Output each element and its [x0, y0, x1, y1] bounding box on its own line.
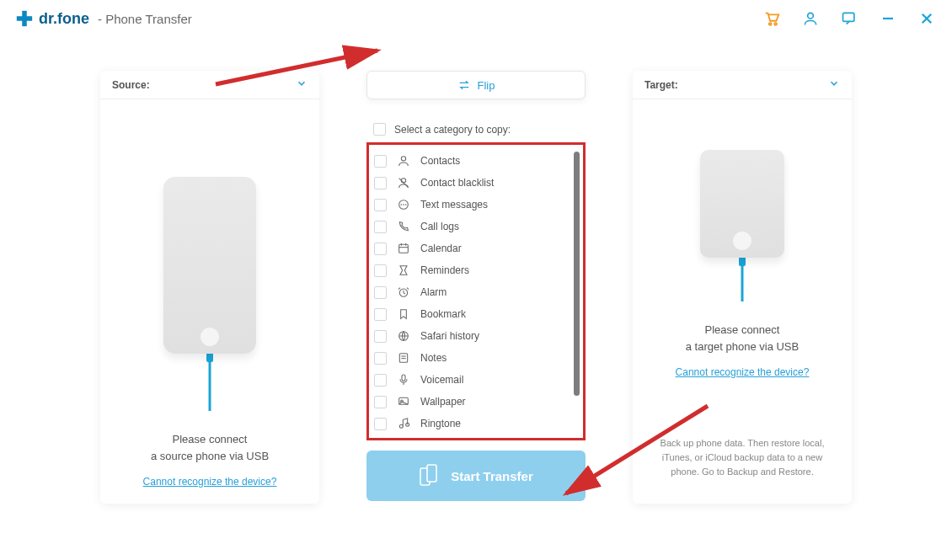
svg-point-17 [405, 205, 406, 205]
category-checkbox[interactable] [374, 199, 387, 211]
brand-name: dr.fone [39, 10, 89, 28]
alarm-icon [395, 285, 412, 299]
target-recognize-link[interactable]: Cannot recognize the device? [676, 366, 810, 378]
call-logs-icon [395, 220, 412, 233]
svg-line-24 [404, 293, 405, 294]
user-icon[interactable] [800, 8, 821, 29]
select-all-checkbox[interactable] [373, 123, 386, 136]
chevron-down-icon [296, 77, 308, 92]
svg-point-16 [404, 205, 404, 205]
ringtone-icon [395, 417, 412, 430]
source-connect-text: Please connect a source phone via USB [151, 431, 269, 464]
category-row[interactable]: Ringtone [374, 413, 583, 435]
target-connect-text: Please connect a target phone via USB [686, 322, 799, 355]
main-stage: Source: Please connect a source phone vi… [0, 37, 952, 504]
svg-point-12 [401, 179, 405, 183]
svg-point-35 [399, 424, 403, 428]
start-label: Start Transfer [451, 469, 533, 483]
flip-label: Flip [478, 79, 495, 92]
voicemail-icon [395, 373, 412, 387]
svg-rect-5 [843, 13, 854, 21]
category-row[interactable]: Reminders [374, 259, 583, 281]
svg-point-4 [808, 13, 814, 19]
app-header: dr.fone - Phone Transfer [0, 0, 952, 37]
category-row[interactable]: Notes [374, 347, 583, 369]
category-row[interactable]: Bookmark [374, 303, 583, 325]
target-footer-text: Back up phone data. Then restore local, … [633, 424, 852, 498]
category-checkbox[interactable] [374, 177, 387, 189]
flip-icon [457, 78, 471, 92]
source-card: Source: Please connect a source phone vi… [100, 71, 319, 504]
category-row[interactable]: Contact blacklist [374, 172, 583, 194]
category-label: Notes [420, 352, 447, 364]
category-list[interactable]: ContactsContact blacklistText messagesCa… [374, 150, 583, 438]
category-checkbox[interactable] [374, 264, 387, 277]
category-label: Text messages [420, 199, 488, 211]
usb-cable-icon [735, 256, 749, 301]
category-checkbox[interactable] [374, 418, 387, 430]
category-checkbox[interactable] [374, 396, 387, 408]
start-transfer-button[interactable]: Start Transfer [366, 451, 586, 501]
cart-icon[interactable] [762, 8, 782, 29]
category-row[interactable]: Safari history [374, 325, 583, 347]
category-row[interactable]: Voice Memos [374, 435, 583, 438]
category-label: Contacts [420, 155, 460, 167]
target-header[interactable]: Target: [633, 71, 852, 99]
category-row[interactable]: Call logs [374, 216, 583, 237]
middle-panel: Flip Select a category to copy: Contacts… [366, 71, 586, 504]
brand-logo: dr.fone [15, 9, 89, 28]
category-row[interactable]: Calendar [374, 237, 583, 259]
header-left: dr.fone - Phone Transfer [15, 9, 192, 28]
svg-point-11 [401, 157, 405, 161]
category-label: Voicemail [420, 374, 463, 386]
category-checkbox[interactable] [374, 286, 387, 299]
source-body: Please connect a source phone via USB Ca… [100, 99, 319, 504]
category-checkbox[interactable] [374, 243, 387, 255]
messages-icon [395, 198, 412, 211]
flip-button[interactable]: Flip [366, 71, 586, 99]
svg-line-25 [398, 288, 400, 290]
category-checkbox[interactable] [374, 308, 387, 321]
svg-line-13 [399, 179, 409, 188]
category-label: Calendar [420, 243, 462, 254]
calendar-icon [395, 242, 412, 255]
category-label: Wallpaper [420, 396, 466, 408]
svg-point-15 [401, 205, 402, 205]
feedback-icon[interactable] [839, 8, 859, 29]
category-row[interactable]: Wallpaper [374, 391, 583, 413]
plus-logo-icon [15, 9, 34, 28]
svg-rect-28 [399, 354, 407, 363]
category-checkbox[interactable] [374, 155, 387, 168]
source-label: Source: [112, 79, 150, 91]
wallpaper-icon [395, 395, 412, 408]
svg-point-3 [774, 23, 777, 25]
category-label: Bookmark [420, 308, 466, 320]
category-row[interactable]: Text messages [374, 194, 583, 216]
close-icon[interactable] [917, 8, 937, 29]
minimize-icon[interactable] [878, 8, 898, 29]
category-label: Safari history [420, 330, 479, 342]
category-label: Ringtone [420, 418, 461, 429]
category-row[interactable]: Contacts [374, 150, 583, 172]
target-card: Target: Please connect a target phone vi… [633, 71, 852, 504]
source-recognize-link[interactable]: Cannot recognize the device? [143, 476, 277, 488]
category-checkbox[interactable] [374, 374, 387, 387]
contact-icon [395, 154, 412, 168]
target-body: Please connect a target phone via USB Ca… [633, 99, 852, 424]
page-title: - Phone Transfer [98, 12, 192, 26]
source-header[interactable]: Source: [100, 71, 319, 99]
category-checkbox[interactable] [374, 221, 387, 233]
svg-point-2 [769, 23, 772, 25]
svg-rect-31 [402, 375, 405, 381]
select-all-row: Select a category to copy: [366, 123, 586, 136]
svg-rect-18 [399, 244, 409, 253]
category-row[interactable]: Alarm [374, 281, 583, 303]
category-checkbox[interactable] [374, 352, 387, 365]
scrollbar-thumb[interactable] [574, 152, 580, 396]
category-label: Reminders [420, 264, 469, 276]
select-prompt: Select a category to copy: [394, 124, 511, 136]
phone-placeholder-icon [700, 150, 784, 258]
phone-placeholder-icon [163, 177, 256, 354]
category-row[interactable]: Voicemail [374, 369, 583, 391]
category-checkbox[interactable] [374, 330, 387, 343]
